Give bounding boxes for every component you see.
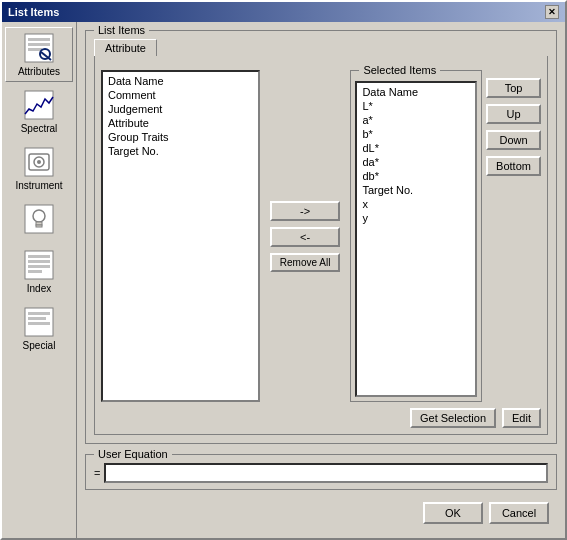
remove-all-button[interactable]: Remove All xyxy=(270,253,341,272)
selected-list-item[interactable]: dL* xyxy=(359,141,473,155)
sidebar-item-spectral[interactable]: Spectral xyxy=(5,84,73,139)
index-icon xyxy=(23,249,55,281)
svg-rect-16 xyxy=(28,260,50,263)
light-icon xyxy=(23,203,55,235)
list-items-inner: Data NameCommentJudgementAttributeGroup … xyxy=(101,70,541,402)
sidebar-item-index-label: Index xyxy=(27,283,51,294)
tab-attribute[interactable]: Attribute xyxy=(94,39,157,56)
selected-list-item[interactable]: Target No. xyxy=(359,183,473,197)
sidebar-item-instrument[interactable]: Instrument xyxy=(5,141,73,196)
ok-button[interactable]: OK xyxy=(423,502,483,524)
main-content: List Items Attribute Data NameCommentJud… xyxy=(77,22,565,538)
list-item[interactable]: Target No. xyxy=(105,144,256,158)
sidebar-item-attributes-label: Attributes xyxy=(18,66,60,77)
instrument-icon xyxy=(23,146,55,178)
svg-rect-13 xyxy=(36,225,42,227)
selected-items-title: Selected Items xyxy=(359,64,440,76)
top-button[interactable]: Top xyxy=(486,78,541,98)
svg-rect-1 xyxy=(28,38,50,41)
left-panel: Data NameCommentJudgementAttributeGroup … xyxy=(101,70,260,402)
remove-button[interactable]: <- xyxy=(270,227,341,247)
right-panel: Selected Items Data NameL*a*b*dL*da*db*T… xyxy=(350,70,541,402)
list-item[interactable]: Data Name xyxy=(105,74,256,88)
equals-label: = xyxy=(94,467,100,479)
special-icon xyxy=(23,306,55,338)
svg-rect-22 xyxy=(28,322,50,325)
svg-rect-10 xyxy=(25,205,53,233)
tab-bar: Attribute xyxy=(94,39,548,56)
selected-list-item[interactable]: y xyxy=(359,211,473,225)
sidebar-item-light[interactable] xyxy=(5,198,73,242)
up-button[interactable]: Up xyxy=(486,104,541,124)
list-items-group: List Items Attribute Data NameCommentJud… xyxy=(85,30,557,444)
sidebar-item-special[interactable]: Special xyxy=(5,301,73,356)
user-equation-group: User Equation = xyxy=(85,454,557,490)
sidebar-item-attributes[interactable]: Attributes xyxy=(5,27,73,82)
sidebar-item-spectral-label: Spectral xyxy=(21,123,58,134)
down-button[interactable]: Down xyxy=(486,130,541,150)
selected-list-item[interactable]: da* xyxy=(359,155,473,169)
selected-list-item[interactable]: a* xyxy=(359,113,473,127)
main-window: List Items ✕ Attributes xyxy=(0,0,567,540)
cancel-button[interactable]: Cancel xyxy=(489,502,549,524)
spectral-icon xyxy=(23,89,55,121)
order-buttons: Top Up Down Bottom xyxy=(486,70,541,402)
selected-list-item[interactable]: db* xyxy=(359,169,473,183)
equation-row: = xyxy=(94,463,548,483)
sidebar: Attributes Spectral xyxy=(2,22,77,538)
tab-content: Data NameCommentJudgementAttributeGroup … xyxy=(94,56,548,435)
selected-list-item[interactable]: x xyxy=(359,197,473,211)
list-items-bottom: Get Selection Edit xyxy=(101,408,541,428)
list-item[interactable]: Attribute xyxy=(105,116,256,130)
middle-buttons: -> <- Remove All xyxy=(266,70,345,402)
list-item[interactable]: Judgement xyxy=(105,102,256,116)
get-selection-button[interactable]: Get Selection xyxy=(410,408,496,428)
window-body: Attributes Spectral xyxy=(2,22,565,538)
edit-button[interactable]: Edit xyxy=(502,408,541,428)
attribute-list[interactable]: Data NameCommentJudgementAttributeGroup … xyxy=(101,70,260,402)
window-title: List Items xyxy=(8,6,59,18)
svg-rect-17 xyxy=(28,265,50,268)
add-button[interactable]: -> xyxy=(270,201,341,221)
sidebar-item-instrument-label: Instrument xyxy=(15,180,62,191)
selected-list-item[interactable]: b* xyxy=(359,127,473,141)
svg-rect-3 xyxy=(28,48,42,51)
list-item[interactable]: Comment xyxy=(105,88,256,102)
svg-rect-18 xyxy=(28,270,42,273)
footer: OK Cancel xyxy=(85,496,557,530)
svg-rect-15 xyxy=(28,255,50,258)
sidebar-item-special-label: Special xyxy=(23,340,56,351)
selected-list-item[interactable]: Data Name xyxy=(359,85,473,99)
title-bar: List Items ✕ xyxy=(2,2,565,22)
svg-rect-2 xyxy=(28,43,50,46)
user-equation-title: User Equation xyxy=(94,448,172,460)
svg-rect-21 xyxy=(28,317,46,320)
bottom-button[interactable]: Bottom xyxy=(486,156,541,176)
svg-point-9 xyxy=(37,160,41,164)
svg-rect-20 xyxy=(28,312,50,315)
list-items-group-title: List Items xyxy=(94,24,149,36)
sidebar-item-index[interactable]: Index xyxy=(5,244,73,299)
equation-input[interactable] xyxy=(104,463,548,483)
selected-items-group: Selected Items Data NameL*a*b*dL*da*db*T… xyxy=(350,70,482,402)
selected-list-item[interactable]: L* xyxy=(359,99,473,113)
list-item[interactable]: Group Traits xyxy=(105,130,256,144)
attributes-icon xyxy=(23,32,55,64)
selected-items-list[interactable]: Data NameL*a*b*dL*da*db*Target No.xy xyxy=(355,81,477,397)
close-button[interactable]: ✕ xyxy=(545,5,559,19)
